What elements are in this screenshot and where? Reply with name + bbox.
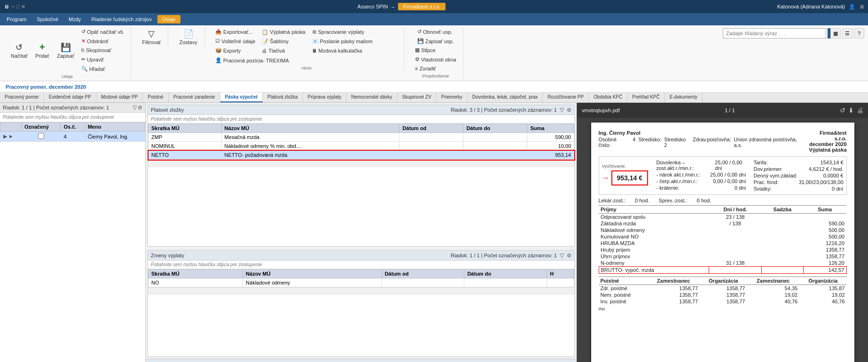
ribbon-btn-pracovna-pozicia[interactable]: 👤 Pracovná pozícia- TREXIMA xyxy=(212,56,292,65)
ribbon-btn-obnovit[interactable]: ↺ Obnoviť usp. xyxy=(414,27,457,36)
zmeny-scrollbar[interactable] xyxy=(148,287,574,295)
table-row[interactable]: ▶ ► 4 Čierny Pavol, Ing. xyxy=(0,131,145,142)
pdf-row-sadzba xyxy=(761,253,803,260)
platove-filter-icon[interactable]: ▽ xyxy=(560,107,564,113)
ribbon-btn-volitelne[interactable]: ☑ Voliteľné údaje xyxy=(212,37,258,46)
ribbon-btn-poslanie[interactable]: 📧 Poslanie pásky mailom xyxy=(309,37,376,46)
pdf-print-icon[interactable]: 🖨 xyxy=(857,107,863,114)
platove-settings-icon[interactable]: ⚙ xyxy=(567,107,571,113)
pdf-row-dni: / 138 xyxy=(709,220,761,227)
save-icon: 💾 xyxy=(61,42,71,53)
left-settings-icon[interactable]: ⚙ xyxy=(138,105,142,111)
menu-udaje[interactable]: Údaje xyxy=(157,15,180,23)
menu-riadenie[interactable]: Riadenie ľudských zdrojov xyxy=(86,15,156,23)
zmeny-filter-icon[interactable]: ▽ xyxy=(560,252,564,259)
menu-program[interactable]: Program xyxy=(2,15,31,23)
nemocenske-header: Nemocenské dávky Riadok: 0 / 0 | Počet o… xyxy=(146,359,577,362)
ribbon-btn-filtrovat[interactable]: ▽ Filtrovať xyxy=(139,27,164,46)
pdf-download-icon[interactable]: ⬇ xyxy=(848,107,854,114)
tab-platova-zlozka[interactable]: Platová zložka xyxy=(263,92,303,102)
ribbon-btn-pridat[interactable]: + Pridať xyxy=(32,40,53,60)
minimize-icon[interactable]: ─ xyxy=(11,4,15,10)
ribbon-btn-vyplatna-paska[interactable]: 📋 Výplatná páska xyxy=(259,28,308,37)
ribbon-btn-kalkulator[interactable]: 🖩 Mzdová kalkulačka xyxy=(309,46,376,55)
top-bar-center: Asseco SPIN – Firma&test s.r.o. xyxy=(358,3,446,10)
tab-nemocenske-davky[interactable]: Nemocenské dávky xyxy=(346,92,397,102)
tab-paska-vypocet[interactable]: Páska výpočet xyxy=(220,92,263,102)
ribbon-btn-opat-nacitat[interactable]: ↺ Opäť načítať vš. xyxy=(78,27,127,36)
menu-spolocne[interactable]: Spoločné xyxy=(32,15,63,23)
separator: – xyxy=(391,4,394,9)
list-view-icon[interactable]: ☰ xyxy=(842,28,852,39)
ribbon-btn-hladat[interactable]: 🔍 Hľadať xyxy=(78,64,127,73)
ribbon-btn-upravit[interactable]: ✏ Upraviť xyxy=(78,55,127,64)
ribbon-udaje-label: Údaje xyxy=(62,74,73,79)
poistne-z1: 1358,77 xyxy=(647,292,700,298)
tab-poistne[interactable]: Poistné xyxy=(143,92,168,102)
table-row[interactable]: NOMINUL Nákladové odmeny % min. obd.... … xyxy=(149,142,574,151)
tab-priemerky[interactable]: Priemerky xyxy=(437,92,468,102)
close-icon[interactable]: ✕ xyxy=(21,4,25,10)
zmeny-vyplaty-panel: Zmeny výplaty Riadok: 1 / 1 | Počet ozna… xyxy=(148,250,575,357)
tab-prehlad-kpc[interactable]: Prehľad KPČ xyxy=(627,92,665,102)
ribbon-btn-tlaciva[interactable]: 🖨 Tlačivá xyxy=(259,46,308,55)
pdf-brutto-row: BRUTTO- vypoč. mzda 142,57 xyxy=(599,267,846,274)
platove-scrollbar[interactable] xyxy=(148,160,574,167)
ribbon-btn-zapisat-usp[interactable]: 💾 Zapisať usp. xyxy=(414,37,457,46)
pdf-refresh-icon[interactable]: ↺ xyxy=(840,107,845,114)
ribbon-btn-zoradit[interactable]: ≡ Zoradiť xyxy=(412,64,459,73)
ribbon-btn-sablony[interactable]: 📝 Šablóny xyxy=(259,37,308,46)
tab-skupinove-zv[interactable]: Skupinové ZV xyxy=(398,92,437,102)
table-row[interactable]: NETTO NETTO- požadovaná mzda 953,14 xyxy=(149,151,574,160)
left-filter-icon[interactable]: ▽ xyxy=(133,104,137,111)
grid-view-icon[interactable]: ▦ xyxy=(830,28,841,39)
nazov-cell: Nákladové odmeny % min. obd.... xyxy=(221,142,399,151)
pdf-vyuctovanie-box: Vyúčtovanie: → 953,14 € xyxy=(602,160,649,192)
tab-obdobia-kpc[interactable]: Obdobia KPČ xyxy=(589,92,627,102)
poistne-z2: 19,02 xyxy=(747,292,799,298)
delete-icon: ✕ xyxy=(81,38,86,44)
pdf-lekar-value: 0 hod. xyxy=(635,198,649,203)
restore-icon[interactable]: □ xyxy=(16,4,20,10)
zmeny-settings-icon[interactable]: ⚙ xyxy=(567,253,571,259)
pdf-row-label: Odpracované spolu xyxy=(599,214,709,221)
save2-icon: 💾 xyxy=(417,38,424,44)
pdf-row-suma: 1358,77 xyxy=(803,253,846,260)
ribbon-btn-exporty[interactable]: 📦 Exporty xyxy=(212,46,258,55)
ribbon-btn-exportovat[interactable]: 📤 Exportovať... xyxy=(212,27,258,36)
tab-dovolenka[interactable]: Dovolenka, lekár, zápočet, prax xyxy=(468,92,543,102)
ribbon-btn-zapisat[interactable]: 💾 Zapisať xyxy=(54,41,78,60)
poistne-z2: 40,76 xyxy=(747,298,799,305)
sort-icon: ≡ xyxy=(415,66,418,71)
company-button[interactable]: Firma&test s.r.o. xyxy=(398,3,445,10)
pdf-dovolenka-label: Dovolenka – zost.akt.r./min.r.: xyxy=(657,160,715,171)
tab-e-dokumenty[interactable]: E-dokumenty xyxy=(665,92,703,102)
tab-evidencne[interactable]: Evidenčné údaje PP xyxy=(44,92,96,102)
table-row[interactable]: ZMP Mesačná mzda 590,00 xyxy=(149,133,574,142)
ribbon-btn-spracovanie[interactable]: ⚙ Spracovanie výplaty xyxy=(309,28,376,37)
ribbon-btn-skopirovat[interactable]: ⎘ Skopírovať xyxy=(78,46,127,54)
ribbon-btn-stlpce[interactable]: ▦ Stĺpce xyxy=(412,46,459,54)
nacitat-label: Načítať xyxy=(11,53,28,59)
pdf-sprev-label: Sprev.-zost.: xyxy=(659,198,688,203)
tab-rozuctovanie[interactable]: Rozúčtovanie PP xyxy=(543,92,589,102)
ribbon-btn-vlastnosti[interactable]: ⚙ Vlastnosti okna xyxy=(412,55,459,64)
tab-mzdove[interactable]: Mzdové údaje PP xyxy=(96,92,143,102)
tab-pracovny-pomer[interactable]: Pracovný pomer xyxy=(0,92,44,102)
left-data-table: Označený Os.č. Meno ▶ ► 4 Čierny Pavol, … xyxy=(0,122,145,142)
ribbon-btn-odstranit[interactable]: ✕ Odstrániť xyxy=(78,37,127,46)
ribbon-btn-zostavy[interactable]: 📄 Zostavy xyxy=(176,27,201,46)
menu-mzdy[interactable]: Mzdy xyxy=(64,15,86,23)
pdf-row-dni xyxy=(709,240,761,246)
pdf-row-sadzba xyxy=(761,233,803,240)
ribbon-btn-nacitat[interactable]: ↺ Načítať xyxy=(8,41,31,60)
checkbox-cell[interactable] xyxy=(21,131,60,142)
tab-pracovne-zaradenie[interactable]: Pracovné zaradenie xyxy=(169,92,220,102)
row-checkbox[interactable] xyxy=(38,133,44,139)
filter-icon: ▽ xyxy=(148,29,155,39)
table-row[interactable]: NO Nákladové odmeny xyxy=(149,278,574,287)
help-icon[interactable]: ? xyxy=(854,28,864,39)
pdf-dovolenka-section: Dovolenka – zost.akt.r./min.r.: 25,00 / … xyxy=(657,160,746,192)
tab-priprava-vyplaty[interactable]: Príprava výplaty xyxy=(303,92,347,102)
search-input[interactable] xyxy=(723,28,826,39)
